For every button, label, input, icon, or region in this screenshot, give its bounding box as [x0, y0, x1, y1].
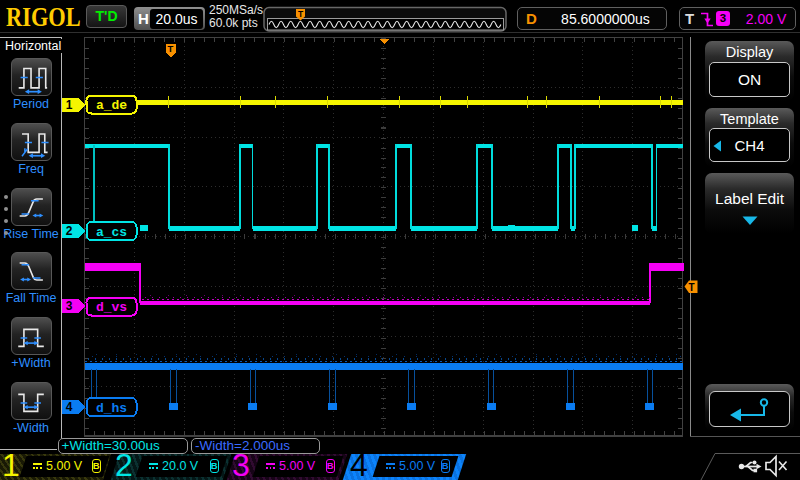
svg-text:1: 1	[66, 98, 73, 112]
svg-text:T: T	[688, 282, 694, 293]
svg-text:3: 3	[66, 299, 73, 313]
svg-text:d_vs: d_vs	[96, 300, 127, 315]
svg-text:a_cs: a_cs	[96, 225, 127, 240]
svg-text:2: 2	[66, 224, 73, 238]
svg-text:4: 4	[66, 400, 73, 414]
svg-text:d_hs: d_hs	[96, 401, 127, 416]
svg-text:T: T	[168, 43, 174, 54]
svg-text:a_de: a_de	[96, 98, 127, 113]
